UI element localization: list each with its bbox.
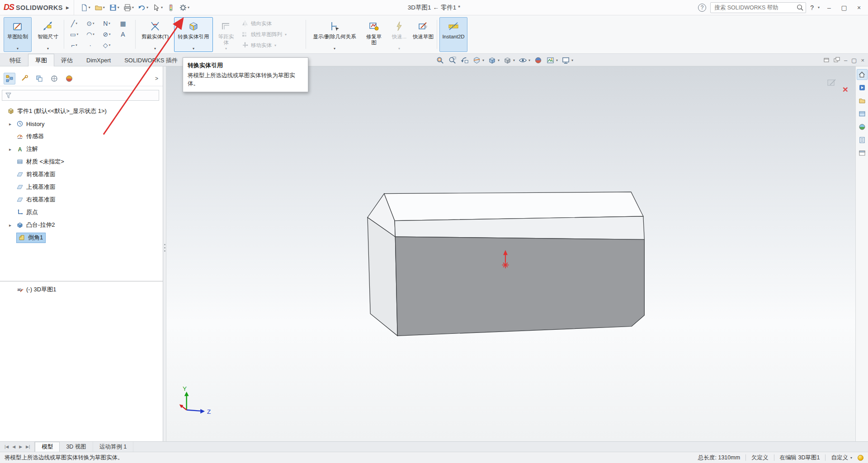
instant2d-button[interactable]: Instant2D — [439, 17, 467, 52]
view-orientation-dropdown-icon[interactable]: ▾ — [498, 58, 500, 62]
splitter-grip[interactable] — [164, 242, 165, 253]
new-dropdown-icon[interactable]: ▾ — [89, 5, 90, 9]
tree-item-annotations[interactable]: ▸ A 注解 — [0, 143, 163, 155]
tab-features[interactable]: 特征 — [3, 55, 28, 66]
convert-entities-button[interactable]: 转换实体引用 ▾ — [174, 17, 213, 52]
polygon-tool-button[interactable]: ◇▾ — [99, 42, 115, 49]
edit-appearance-button[interactable] — [534, 56, 542, 65]
tab-motion-study[interactable]: 运动算例 1 — [93, 442, 133, 452]
trim-dropdown-icon[interactable]: ▾ — [154, 47, 156, 51]
sketch-dropdown-icon[interactable]: ▾ — [17, 47, 19, 51]
previous-tab-button[interactable]: ◀ — [12, 444, 15, 449]
search-box[interactable] — [710, 2, 806, 13]
units-dropdown[interactable]: 自定义 ▾ — [831, 454, 852, 462]
expand-arrow-icon[interactable]: ▸ — [9, 223, 11, 228]
relations-dropdown-icon[interactable]: ▾ — [334, 47, 335, 51]
spline-tool-button[interactable]: N▾ — [99, 20, 115, 27]
polygon-dropdown-icon[interactable]: ▾ — [109, 43, 111, 47]
smart-dimension-dropdown-icon[interactable]: ▾ — [47, 47, 49, 51]
arc-dropdown-icon[interactable]: ▾ — [93, 33, 94, 36]
view-settings-dropdown-icon[interactable]: ▾ — [571, 58, 573, 62]
tree-item-right-plane[interactable]: 右视基准面 — [0, 193, 163, 206]
trim-entities-button[interactable]: 剪裁实体(T) ▾ — [138, 17, 172, 52]
close-button[interactable]: × — [854, 4, 864, 11]
rectangle-dropdown-icon[interactable]: ▾ — [77, 33, 79, 36]
circle-dropdown-icon[interactable]: ▾ — [93, 22, 94, 25]
fillet-dropdown-icon[interactable]: ▾ — [75, 43, 77, 47]
panel-splitter[interactable] — [163, 66, 166, 441]
cascade-windows-icon[interactable] — [834, 57, 840, 63]
quick-snaps-dropdown-icon[interactable]: ▾ — [398, 47, 400, 51]
undo-button[interactable]: ▾ — [137, 2, 150, 14]
line-tool-button[interactable]: ╱▾ — [66, 20, 82, 27]
search-icon[interactable] — [796, 4, 804, 11]
offset-entities-button[interactable]: 等距实体 ▾ — [216, 17, 236, 52]
tree-item-part-root[interactable]: 零件1 (默认<<默认>_显示状态 1>) — [0, 105, 163, 117]
options-dropdown-icon[interactable]: ▾ — [188, 5, 189, 9]
tree-item-front-plane[interactable]: 前视基准面 — [0, 168, 163, 181]
tree-item-origin[interactable]: 原点 — [0, 206, 163, 219]
expand-arrow-icon[interactable]: ▸ — [9, 147, 11, 152]
move-entities-button[interactable]: 移动实体 ▾ — [240, 40, 288, 51]
sketch-picture-button[interactable]: ▦ — [115, 20, 131, 27]
custom-properties-icon[interactable] — [857, 135, 868, 145]
repair-sketch-button[interactable]: 修复草图 — [363, 17, 384, 52]
circle-tool-button[interactable]: ⊙▾ — [82, 20, 99, 27]
linear-pattern-dropdown-icon[interactable]: ▾ — [285, 33, 287, 37]
forum-window-icon[interactable] — [857, 148, 868, 159]
zoom-fit-button[interactable] — [436, 56, 444, 65]
rebuild-button[interactable] — [165, 2, 176, 14]
tab-model[interactable]: 模型 — [35, 442, 60, 452]
resources-icon[interactable] — [857, 82, 868, 93]
apply-scene-button[interactable]: ▾ — [546, 56, 558, 65]
doc-close-button[interactable]: × — [861, 57, 864, 64]
offset-dropdown-icon[interactable]: ▾ — [225, 47, 227, 51]
smart-dimension-button[interactable]: 智能尺寸 ▾ — [34, 17, 61, 52]
display-style-button[interactable]: ▾ — [503, 56, 515, 65]
tree-item-top-plane[interactable]: 上视基准面 — [0, 181, 163, 193]
hide-show-dropdown-icon[interactable]: ▾ — [528, 58, 530, 62]
first-tab-button[interactable]: |◀ — [5, 444, 9, 449]
propertymanager-tab[interactable] — [19, 73, 30, 84]
home-icon[interactable] — [857, 69, 868, 80]
tree-item-boss-extrude[interactable]: ▸ 凸台-拉伸2 — [0, 219, 163, 231]
appearances-icon[interactable] — [857, 122, 868, 132]
tab-evaluate[interactable]: 评估 — [54, 55, 80, 66]
file-explorer-icon[interactable] — [857, 108, 868, 119]
new-document-button[interactable]: ▾ — [79, 2, 92, 14]
mirror-entities-button[interactable]: 镜向实体 — [240, 18, 288, 29]
cancel-sketch-button[interactable]: × — [843, 84, 848, 94]
view-settings-button[interactable]: ▾ — [561, 56, 573, 65]
linear-pattern-button[interactable]: 线性草图阵列 ▾ — [240, 29, 288, 40]
tree-item-chamfer[interactable]: 倒角1 — [0, 231, 163, 244]
section-view-button[interactable]: ▾ — [472, 56, 484, 65]
displaymanager-tab[interactable] — [63, 73, 75, 84]
doc-restore-button[interactable]: ▢ — [851, 57, 857, 64]
display-style-dropdown-icon[interactable]: ▾ — [513, 58, 515, 62]
help-circle-icon[interactable]: ? — [698, 4, 706, 12]
brand-expand-arrow[interactable]: ▶ — [66, 5, 69, 10]
doc-minimize-button[interactable]: – — [844, 57, 847, 64]
previous-view-button[interactable] — [460, 56, 469, 65]
undo-dropdown-icon[interactable]: ▾ — [146, 5, 148, 9]
options-button[interactable]: ▾ — [178, 2, 191, 14]
select-dropdown-icon[interactable]: ▾ — [161, 5, 163, 9]
save-button[interactable]: ▾ — [108, 2, 121, 14]
tab-addins[interactable]: SOLIDWORKS 插件 — [118, 55, 184, 66]
ellipse-dropdown-icon[interactable]: ▾ — [109, 33, 111, 36]
tree-item-history[interactable]: ▸ History — [0, 117, 163, 130]
search-input[interactable] — [714, 5, 796, 11]
help-button[interactable]: ? — [810, 4, 814, 11]
design-library-icon[interactable] — [857, 95, 868, 106]
print-button[interactable]: ▾ — [122, 2, 135, 14]
configurationmanager-tab[interactable] — [33, 73, 45, 84]
dimxpertmanager-tab[interactable] — [48, 73, 60, 84]
last-tab-button[interactable]: ▶| — [26, 444, 30, 449]
help-dropdown-icon[interactable]: ▾ — [818, 5, 820, 9]
point-tool-button[interactable]: ∙ — [82, 42, 99, 49]
tree-item-sensors[interactable]: 传感器 — [0, 130, 163, 143]
line-dropdown-icon[interactable]: ▾ — [75, 22, 77, 25]
tab-dimxpert[interactable]: DimXpert — [80, 55, 118, 66]
maximize-button[interactable]: ▢ — [839, 4, 849, 11]
panel-expand-chevron[interactable]: > — [155, 75, 159, 82]
